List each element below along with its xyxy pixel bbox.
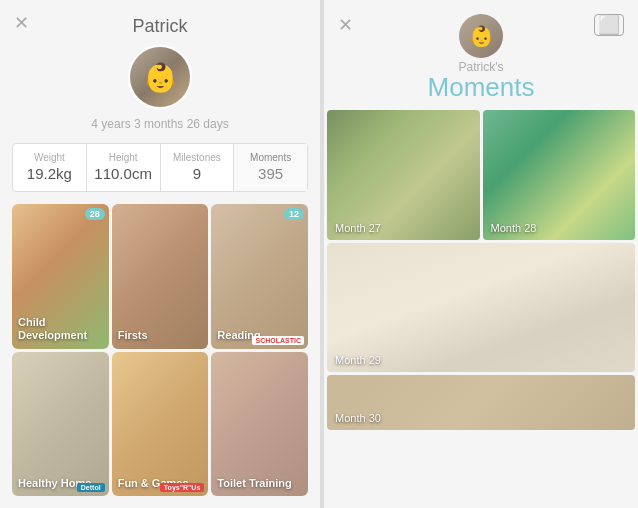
stat-height: Height 110.0cm: [87, 144, 161, 191]
left-panel: ✕ Patrick 👶 4 years 3 months 26 days Wei…: [0, 0, 320, 508]
dettol-logo: Dettol: [77, 483, 105, 492]
tile-child-development-badge: 28: [85, 208, 105, 220]
photo-row-bottom: Month 30: [327, 375, 635, 505]
stat-moments[interactable]: Moments 395: [234, 144, 307, 191]
tile-child-development[interactable]: 28 Child Development: [12, 204, 109, 349]
tile-toilet-training[interactable]: Toilet Training: [211, 352, 308, 497]
tile-fun-games[interactable]: Fun & Games Toys"R"Us: [112, 352, 209, 497]
photo-row-top: Month 27 Month 28: [327, 110, 635, 240]
photo-month-27[interactable]: Month 27: [327, 110, 480, 240]
right-panel: ✕ ⬜ 👶 Patrick's Moments Month 27 Month 2…: [324, 0, 638, 508]
photo-month-28-label: Month 28: [491, 222, 537, 234]
avatar: 👶: [128, 45, 192, 109]
left-close-button[interactable]: ✕: [14, 14, 29, 32]
tile-toilet-training-label: Toilet Training: [217, 477, 291, 490]
stats-row: Weight 19.2kg Height 110.0cm Milestones …: [12, 143, 308, 192]
right-close-button[interactable]: ✕: [338, 14, 353, 36]
toys-logo: Toys"R"Us: [160, 483, 204, 492]
photo-month-27-label: Month 27: [335, 222, 381, 234]
tile-firsts[interactable]: Firsts: [112, 204, 209, 349]
profile-name: Patrick: [132, 16, 187, 37]
moments-title-main: Moments: [428, 74, 535, 100]
tile-firsts-label: Firsts: [118, 329, 148, 342]
stat-milestones-label: Milestones: [165, 152, 230, 163]
photo-grid: Month 27 Month 28 Month 29 Month 30: [324, 110, 638, 508]
photo-month-30[interactable]: Month 30: [327, 375, 635, 430]
tile-reading[interactable]: 12 Reading SCHOLASTIC: [211, 204, 308, 349]
photo-month-28[interactable]: Month 28: [483, 110, 636, 240]
age-text: 4 years 3 months 26 days: [91, 117, 228, 131]
category-grid: 28 Child Development Firsts 12 Reading S…: [12, 204, 308, 496]
moments-header: ✕ ⬜ 👶 Patrick's Moments: [324, 0, 638, 110]
stat-weight-value: 19.2kg: [27, 165, 72, 182]
tile-child-development-label: Child Development: [18, 316, 109, 342]
tile-reading-badge: 12: [284, 208, 304, 220]
photo-row-middle: Month 29: [327, 243, 635, 373]
stat-height-value: 110.0cm: [94, 165, 152, 182]
stat-weight: Weight 19.2kg: [13, 144, 87, 191]
right-avatar: 👶: [459, 14, 503, 58]
stat-moments-value: 395: [258, 165, 283, 182]
stat-height-label: Height: [91, 152, 156, 163]
stat-moments-label: Moments: [238, 152, 303, 163]
tile-healthy-home[interactable]: Healthy Home Dettol: [12, 352, 109, 497]
capture-icon[interactable]: ⬜: [594, 14, 624, 36]
avatar-image: 👶: [130, 47, 190, 107]
stat-milestones-value: 9: [193, 165, 201, 182]
scholastic-logo: SCHOLASTIC: [252, 336, 304, 345]
photo-month-30-label: Month 30: [335, 412, 381, 424]
stat-weight-label: Weight: [17, 152, 82, 163]
stat-milestones: Milestones 9: [161, 144, 235, 191]
photo-month-29-label: Month 29: [335, 354, 381, 366]
photo-month-29[interactable]: Month 29: [327, 243, 635, 373]
